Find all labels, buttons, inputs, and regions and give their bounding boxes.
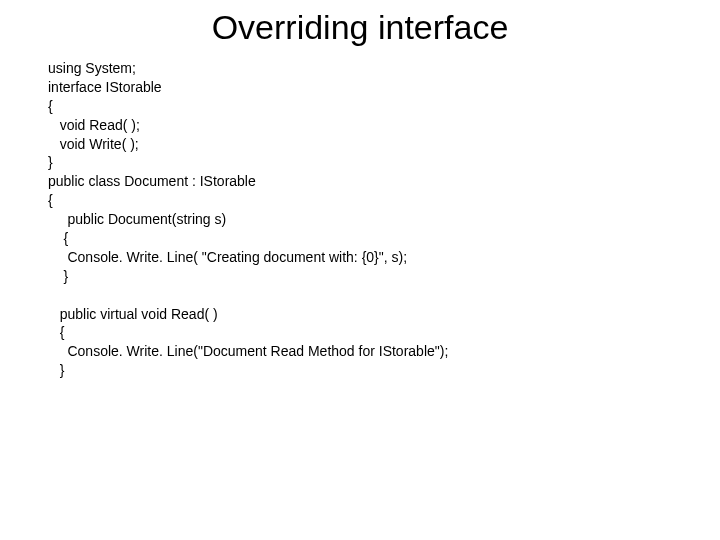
code-block: using System; interface IStorable { void… <box>0 59 720 380</box>
slide: Overriding interface using System; inter… <box>0 8 720 540</box>
slide-title: Overriding interface <box>0 8 720 47</box>
